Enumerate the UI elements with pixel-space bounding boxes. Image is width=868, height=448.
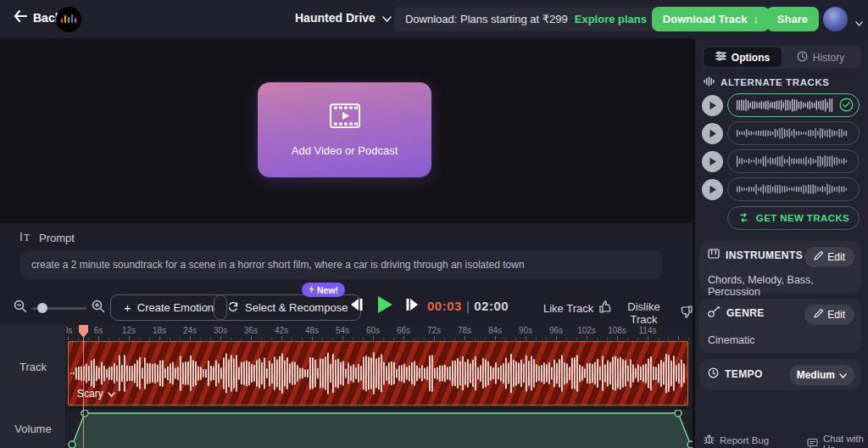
control-band: T Prompt create a 2 minute soundtrack fo… bbox=[0, 223, 693, 325]
svg-text:T: T bbox=[24, 232, 31, 244]
plans-banner: Download: Plans starting at ₹299 Explore… bbox=[394, 7, 658, 31]
user-avatar[interactable] bbox=[823, 7, 848, 31]
account-chevron-down-icon[interactable] bbox=[855, 14, 863, 30]
playhead-line bbox=[83, 325, 84, 448]
guitar-icon bbox=[708, 306, 721, 320]
alternate-track-row bbox=[695, 177, 868, 205]
time-display: 00:03|02:00 bbox=[427, 299, 509, 313]
total-duration: 02:00 bbox=[474, 299, 509, 313]
play-alternate-track-button[interactable] bbox=[702, 95, 723, 116]
tempo-title: TEMPO bbox=[725, 368, 763, 380]
zoom-slider-handle[interactable] bbox=[37, 303, 47, 313]
zoom-in-icon[interactable] bbox=[92, 300, 105, 316]
recompose-loop-icon bbox=[227, 301, 239, 315]
play-alternate-track-button[interactable] bbox=[702, 151, 723, 172]
alternate-tracks-title: ALTERNATE TRACKS bbox=[721, 77, 830, 87]
timeline-ruler[interactable]: 0s6s12s18s24s30s36s42s48s54s60s66s72s78s… bbox=[0, 325, 693, 340]
track-clip[interactable]: Scary bbox=[68, 341, 688, 406]
text-prompt-icon: T bbox=[20, 231, 32, 245]
prompt-input[interactable]: create a 2 minute soundtrack for a scene… bbox=[20, 250, 662, 279]
refresh-loop-icon bbox=[737, 213, 750, 224]
get-new-tracks-button[interactable]: GET NEW TRACKS bbox=[727, 206, 860, 230]
row-divider bbox=[0, 407, 693, 409]
tab-history-label: History bbox=[813, 52, 844, 64]
pencil-icon bbox=[814, 309, 823, 321]
app-logo[interactable] bbox=[56, 7, 81, 32]
lightning-bolt-icon bbox=[309, 285, 314, 295]
back-arrow-icon bbox=[14, 10, 27, 25]
like-track-button[interactable]: Like Track bbox=[543, 300, 612, 316]
edit-genre-label: Edit bbox=[827, 309, 845, 321]
instruments-header: INSTRUMENTS bbox=[708, 249, 803, 261]
select-recompose-label: Select & Recompose bbox=[245, 301, 348, 314]
selected-check-icon bbox=[839, 98, 854, 115]
explore-plans-link[interactable]: Explore plans bbox=[575, 13, 647, 25]
video-canvas: Add Video or Podcast bbox=[0, 38, 693, 223]
get-new-tracks-label: GET NEW TRACKS bbox=[756, 213, 849, 223]
new-badge-label: New! bbox=[317, 285, 338, 295]
share-button[interactable]: Share bbox=[766, 7, 819, 31]
chevron-down-icon bbox=[382, 11, 392, 25]
chat-bubble-icon bbox=[807, 438, 818, 448]
play-alternate-track-button[interactable] bbox=[702, 179, 723, 200]
add-video-or-podcast-card[interactable]: Add Video or Podcast bbox=[258, 82, 431, 177]
thumbs-down-icon bbox=[680, 305, 693, 321]
app-window: Back Haunted Drive Download: Plans start… bbox=[0, 0, 868, 448]
add-video-label: Add Video or Podcast bbox=[292, 144, 398, 157]
dislike-track-button[interactable]: Dislike Track bbox=[614, 300, 693, 326]
alternate-track-waveform[interactable] bbox=[727, 121, 860, 145]
tab-history[interactable]: History bbox=[782, 48, 860, 67]
chat-with-us-link[interactable]: Chat with Us bbox=[807, 434, 868, 448]
tab-options[interactable]: Options bbox=[704, 48, 782, 67]
tempo-value: Medium bbox=[797, 369, 835, 381]
track-row-label: Track bbox=[0, 361, 66, 373]
tempo-clock-icon bbox=[708, 367, 719, 381]
download-arrow-icon: ↓ bbox=[754, 13, 760, 25]
film-strip-icon bbox=[330, 104, 360, 132]
alternate-track-waveform[interactable] bbox=[727, 93, 860, 117]
edit-instruments-button[interactable]: Edit bbox=[804, 247, 854, 267]
report-bug-link[interactable]: Report Bug bbox=[704, 434, 769, 446]
history-clock-icon bbox=[797, 51, 808, 64]
timeline-region: 0s6s12s18s24s30s36s42s48s54s60s66s72s78s… bbox=[0, 325, 693, 448]
plans-text: Download: Plans starting at ₹299 bbox=[405, 13, 568, 25]
bug-icon bbox=[704, 434, 715, 446]
select-recompose-button[interactable]: Select & Recompose bbox=[214, 294, 361, 321]
edit-genre-button[interactable]: Edit bbox=[804, 305, 854, 325]
tempo-card: TEMPO Medium bbox=[699, 359, 861, 390]
genre-value: Cinematic bbox=[708, 334, 755, 346]
pencil-icon bbox=[814, 251, 823, 263]
play-button[interactable] bbox=[376, 295, 393, 316]
waveform-icon bbox=[704, 76, 715, 88]
prompt-section-label: T Prompt bbox=[20, 231, 75, 245]
skip-forward-button[interactable] bbox=[405, 298, 420, 314]
alternate-track-row bbox=[695, 121, 868, 149]
create-emotion-button[interactable]: + Create Emotion bbox=[110, 294, 227, 321]
alternate-track-waveform[interactable] bbox=[727, 177, 860, 201]
sliders-icon bbox=[715, 51, 726, 64]
skip-back-button[interactable] bbox=[349, 298, 364, 314]
alternate-track-waveform[interactable] bbox=[727, 149, 860, 173]
new-feature-badge: New! bbox=[302, 283, 345, 297]
play-alternate-track-button[interactable] bbox=[702, 123, 723, 144]
genre-header: GENRE bbox=[708, 306, 765, 320]
tab-options-label: Options bbox=[732, 52, 770, 64]
volume-row-label: Volume bbox=[0, 423, 66, 435]
chevron-down-icon bbox=[108, 388, 115, 400]
piano-icon bbox=[708, 249, 720, 261]
share-label: Share bbox=[777, 13, 808, 25]
alternate-tracks-header: ALTERNATE TRACKS bbox=[704, 76, 830, 88]
back-button[interactable]: Back bbox=[14, 10, 61, 25]
report-bug-label: Report Bug bbox=[720, 435, 769, 445]
tempo-select[interactable]: Medium bbox=[789, 365, 854, 385]
alternate-track-row bbox=[695, 149, 868, 177]
chevron-down-icon bbox=[839, 369, 847, 381]
volume-envelope[interactable] bbox=[66, 410, 693, 448]
like-track-label: Like Track bbox=[543, 302, 593, 315]
genre-title: GENRE bbox=[726, 307, 765, 319]
zoom-out-icon[interactable] bbox=[14, 300, 27, 316]
project-title-dropdown[interactable]: Haunted Drive bbox=[295, 11, 392, 25]
edit-instruments-label: Edit bbox=[827, 251, 845, 263]
create-emotion-label: Create Emotion bbox=[137, 301, 214, 314]
download-track-button[interactable]: Download Track ↓ bbox=[652, 7, 770, 31]
